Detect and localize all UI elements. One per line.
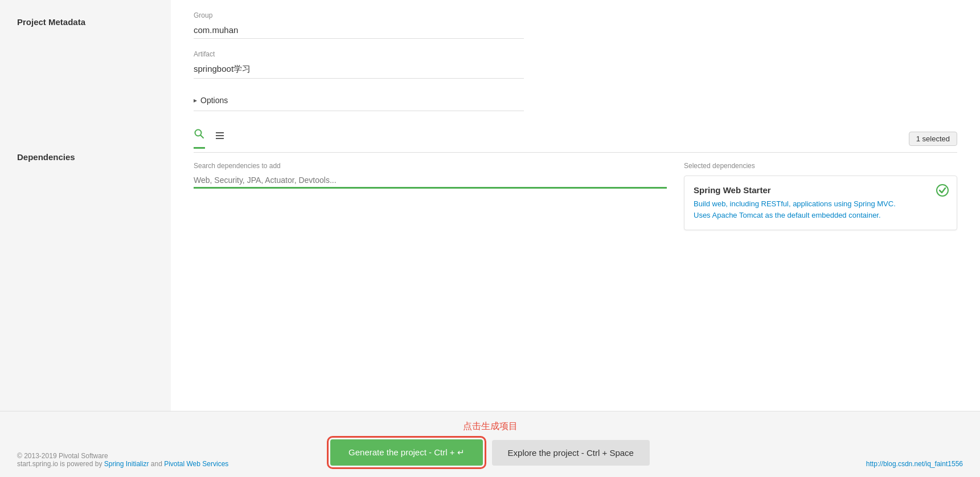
svg-point-5 bbox=[937, 185, 948, 196]
selected-badge: 1 selected bbox=[909, 132, 957, 146]
copyright-text: © 2013-2019 Pivotal Software bbox=[17, 452, 228, 460]
powered-by-text: start.spring.io is powered by Spring Ini… bbox=[17, 460, 228, 468]
selected-area: Selected dependencies Spring Web Starter… bbox=[684, 162, 957, 230]
search-area: Search dependencies to add bbox=[194, 162, 667, 230]
dep-desc-line1: Build web, including RESTful, applicatio… bbox=[694, 198, 934, 210]
search-input[interactable] bbox=[194, 173, 667, 189]
selected-deps-label: Selected dependencies bbox=[684, 162, 957, 170]
search-deps-label: Search dependencies to add bbox=[194, 162, 667, 170]
list-tab[interactable] bbox=[214, 130, 225, 149]
footer-url: http://blog.csdn.net/iq_faint1556 bbox=[866, 460, 963, 468]
dependencies-label: Dependencies bbox=[17, 152, 154, 162]
deps-header: 1 selected bbox=[194, 128, 957, 153]
chevron-right-icon: ▸ bbox=[194, 96, 197, 104]
dep-name: Spring Web Starter bbox=[694, 185, 934, 195]
deps-body: Search dependencies to add Selected depe… bbox=[194, 162, 957, 230]
artifact-value: springboot学习 bbox=[194, 60, 524, 79]
footer-copyright: © 2013-2019 Pivotal Software start.sprin… bbox=[17, 452, 228, 468]
search-input-wrapper bbox=[194, 173, 667, 189]
generate-button[interactable]: Generate the project - Ctrl + ↵ bbox=[330, 439, 483, 466]
artifact-field-group: Artifact springboot学习 bbox=[194, 50, 957, 79]
group-field-group: Group com.muhan bbox=[194, 11, 957, 39]
group-label: Group bbox=[194, 11, 957, 19]
footer-buttons: Generate the project - Ctrl + ↵ Explore … bbox=[330, 439, 650, 466]
project-metadata-label: Project Metadata bbox=[17, 17, 154, 27]
options-row[interactable]: ▸ Options bbox=[194, 90, 524, 111]
spring-web-card: Spring Web Starter Build web, including … bbox=[684, 176, 957, 230]
deps-tabs bbox=[194, 128, 225, 149]
dep-desc-line2: Uses Apache Tomcat as the default embedd… bbox=[694, 210, 934, 221]
group-value: com.muhan bbox=[194, 22, 524, 39]
dependencies-section: 1 selected Search dependencies to add Se… bbox=[194, 128, 957, 230]
main-content: Project Metadata Dependencies Group com.… bbox=[0, 0, 980, 411]
explore-button[interactable]: Explore the project - Ctrl + Space bbox=[492, 440, 650, 466]
options-label: Options bbox=[200, 96, 228, 105]
svg-line-1 bbox=[201, 136, 204, 138]
dep-check-icon[interactable] bbox=[936, 184, 949, 199]
bottom-bar: 点击生成项目 Generate the project - Ctrl + ↵ E… bbox=[0, 411, 980, 477]
page-wrapper: Project Metadata Dependencies Group com.… bbox=[0, 0, 980, 477]
left-sidebar: Project Metadata Dependencies bbox=[0, 0, 171, 411]
search-tab[interactable] bbox=[194, 128, 205, 149]
artifact-label: Artifact bbox=[194, 50, 957, 58]
pivotal-web-services-link[interactable]: Pivotal Web Services bbox=[164, 460, 228, 468]
spring-initializr-link[interactable]: Spring Initializr bbox=[104, 460, 149, 468]
right-panel: Group com.muhan Artifact springboot学习 ▸ … bbox=[171, 0, 980, 411]
footer-annotation: 点击生成项目 bbox=[463, 421, 518, 433]
